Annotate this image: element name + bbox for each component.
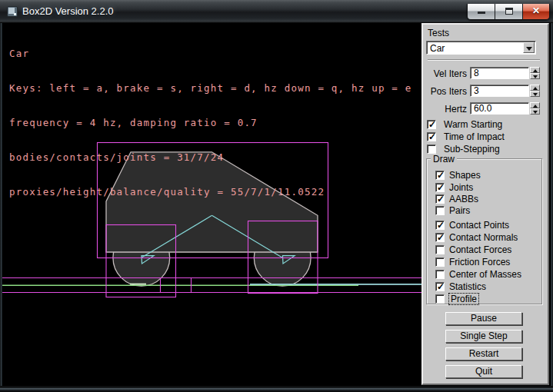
- close-icon: ✕: [523, 5, 549, 16]
- stats-line: Keys: left = a, brake = s, right = d, hz…: [9, 82, 412, 94]
- quit-button[interactable]: Quit: [445, 365, 522, 378]
- app-window: Box2D Version 2.2.0 ✕: [0, 0, 553, 392]
- checkbox-icon: [435, 233, 445, 242]
- arrow-down-icon: [533, 75, 538, 78]
- arrow-up-icon: [533, 69, 538, 72]
- vel-iters-spinner: [530, 67, 540, 79]
- checkbox-icon: [427, 120, 436, 129]
- hertz-spinner: [530, 102, 540, 115]
- checkbox-icon: [435, 282, 445, 291]
- maximize-button[interactable]: [495, 4, 523, 19]
- pos-iters-input[interactable]: [470, 85, 529, 97]
- arrow-down-icon: [533, 111, 538, 114]
- checkbox-label: Joints: [449, 182, 473, 193]
- stats-readout: Car Keys: left = a, brake = s, right = d…: [9, 25, 412, 221]
- tests-dropdown-value: Car: [430, 43, 445, 54]
- stats-line: frequency = 4 hz, damping ratio = 0.7: [9, 117, 412, 128]
- checkbox-label: AABBs: [449, 194, 478, 204]
- arrow-up-icon: [533, 105, 538, 108]
- arrow-down-icon: [533, 93, 538, 96]
- title-bar[interactable]: Box2D Version 2.2.0 ✕: [0, 0, 553, 23]
- tests-dropdown[interactable]: Car: [426, 41, 536, 55]
- checkbox-label: Statistics: [449, 281, 486, 292]
- stats-line: proxies/height/balance/quality = 55/7/1/…: [9, 186, 412, 198]
- checkbox-icon: [435, 270, 445, 279]
- pause-button[interactable]: Pause: [445, 312, 522, 325]
- checkbox-icon: [435, 257, 445, 267]
- hertz-input[interactable]: [470, 102, 529, 115]
- draw-group-title: Draw: [431, 154, 457, 164]
- spin-down-button[interactable]: [530, 91, 540, 97]
- checkbox-label: Center of Masses: [449, 269, 521, 280]
- checkbox-icon: [435, 194, 445, 204]
- close-button[interactable]: ✕: [523, 4, 549, 19]
- checkbox-icon: [427, 145, 436, 154]
- spin-down-button[interactable]: [530, 108, 540, 115]
- minimize-icon: [478, 12, 485, 14]
- control-panel: Tests Car Vel Iters Pos Iters Hertz War: [421, 23, 549, 385]
- simulation-canvas[interactable]: Car Keys: left = a, brake = s, right = d…: [2, 23, 421, 387]
- window-title: Box2D Version 2.2.0: [22, 5, 114, 17]
- checkbox-label: Contact Points: [449, 220, 509, 231]
- vel-iters-input[interactable]: [470, 67, 529, 79]
- checkbox-label: Time of Impact: [444, 131, 505, 142]
- checkbox-label: Sub-Stepping: [444, 144, 500, 154]
- window-border-bottom: [0, 386, 553, 392]
- window-border-left: [0, 23, 2, 392]
- checkbox-label: Contact Forces: [449, 244, 511, 255]
- spin-up-button[interactable]: [530, 85, 540, 91]
- hertz-label: Hertz: [424, 104, 467, 115]
- pos-iters-spinner: [530, 85, 540, 97]
- maximize-icon: [505, 8, 513, 15]
- checkbox-icon: [435, 245, 445, 254]
- checkbox-label: Shapes: [449, 170, 481, 181]
- checkbox-label: Friction Forces: [449, 257, 510, 267]
- checkbox-icon: [435, 171, 445, 180]
- pos-iters-label: Pos Iters: [424, 86, 467, 97]
- checkbox-icon: [427, 132, 436, 141]
- vel-iters-label: Vel Iters: [424, 68, 467, 79]
- checkbox-label: Contact Normals: [449, 232, 518, 243]
- stats-line: bodies/contacts/joints = 31/7/24: [9, 151, 412, 163]
- tests-dropdown-button[interactable]: [523, 42, 535, 53]
- window-controls: ✕: [467, 4, 550, 20]
- spin-down-button[interactable]: [530, 73, 540, 79]
- stats-line: Car: [9, 48, 412, 59]
- single-step-button[interactable]: Single Step: [445, 330, 522, 343]
- restart-button[interactable]: Restart: [445, 347, 522, 360]
- app-icon: [7, 6, 18, 17]
- spin-up-button[interactable]: [530, 67, 540, 73]
- minimize-button[interactable]: [468, 4, 495, 19]
- spin-up-button[interactable]: [530, 102, 540, 108]
- checkbox-label: Warm Starting: [444, 119, 502, 130]
- arrow-up-icon: [533, 87, 538, 90]
- checkbox-icon: [435, 206, 445, 215]
- checkbox-label: Pairs: [449, 205, 470, 216]
- tests-label: Tests: [428, 28, 449, 38]
- checkbox-icon: [435, 183, 445, 192]
- checkbox-icon: [435, 221, 445, 230]
- checkbox-label: Profile: [449, 294, 478, 304]
- checkbox-icon: [435, 294, 445, 304]
- chevron-down-icon: [526, 47, 532, 51]
- separator: [428, 59, 540, 61]
